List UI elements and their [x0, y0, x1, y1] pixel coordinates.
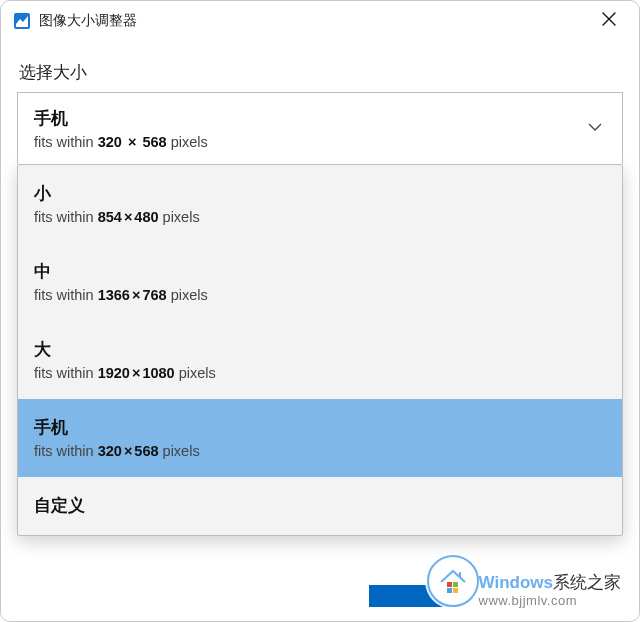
- option-height: 480: [134, 209, 158, 225]
- fits-prefix: fits within: [34, 365, 94, 381]
- selected-width: 320: [98, 134, 122, 150]
- close-button[interactable]: [587, 1, 631, 41]
- option-title: 中: [34, 261, 606, 283]
- pixels-suffix: pixels: [163, 443, 200, 459]
- pixels-suffix: pixels: [171, 134, 208, 150]
- dialog-window: 图像大小调整器 选择大小 手机 fits within 320 × 568 pi…: [0, 0, 640, 622]
- selected-option-title: 手机: [34, 107, 606, 130]
- option-sub: fits within 1366×768 pixels: [34, 287, 606, 303]
- times-glyph: ×: [126, 134, 138, 150]
- fits-prefix: fits within: [34, 443, 94, 459]
- option-title: 小: [34, 183, 606, 205]
- fits-prefix: fits within: [34, 287, 94, 303]
- fits-prefix: fits within: [34, 209, 94, 225]
- selected-option-sub: fits within 320 × 568 pixels: [34, 134, 606, 150]
- watermark-logo: [427, 555, 479, 607]
- watermark-brand: Windows系统之家: [479, 573, 621, 593]
- watermark-brand-rest: 系统之家: [553, 573, 621, 592]
- app-icon: [13, 12, 31, 30]
- size-option[interactable]: 大fits within 1920×1080 pixels: [18, 321, 622, 399]
- option-title: 大: [34, 339, 606, 361]
- option-sub: fits within 1920×1080 pixels: [34, 365, 606, 381]
- size-option[interactable]: 手机fits within 320×568 pixels: [18, 399, 622, 477]
- size-option[interactable]: 小fits within 854×480 pixels: [18, 165, 622, 243]
- fits-prefix: fits within: [34, 134, 94, 150]
- svg-rect-2: [453, 582, 458, 587]
- option-height: 768: [142, 287, 166, 303]
- pixels-suffix: pixels: [163, 209, 200, 225]
- times-glyph: ×: [130, 287, 142, 303]
- size-option[interactable]: 中fits within 1366×768 pixels: [18, 243, 622, 321]
- option-width: 1920: [98, 365, 130, 381]
- size-option[interactable]: 自定义: [18, 477, 622, 535]
- window-title: 图像大小调整器: [39, 12, 137, 30]
- content-area: 选择大小 手机 fits within 320 × 568 pixels 小fi…: [1, 41, 639, 536]
- times-glyph: ×: [130, 365, 142, 381]
- option-title: 自定义: [34, 495, 606, 517]
- option-sub: fits within 854×480 pixels: [34, 209, 606, 225]
- pixels-suffix: pixels: [179, 365, 216, 381]
- pixels-suffix: pixels: [171, 287, 208, 303]
- svg-rect-1: [447, 582, 452, 587]
- option-height: 1080: [142, 365, 174, 381]
- titlebar: 图像大小调整器: [1, 1, 639, 41]
- option-height: 568: [134, 443, 158, 459]
- watermark-url: www.bjjmlv.com: [479, 593, 621, 609]
- size-select[interactable]: 手机 fits within 320 × 568 pixels: [17, 92, 623, 164]
- chevron-down-icon: [586, 118, 604, 140]
- watermark-text: Windows系统之家 www.bjjmlv.com: [479, 573, 621, 609]
- option-width: 1366: [98, 287, 130, 303]
- close-icon: [602, 12, 616, 30]
- size-dropdown: 小fits within 854×480 pixels中fits within …: [17, 164, 623, 536]
- svg-rect-4: [453, 588, 458, 593]
- times-glyph: ×: [122, 443, 134, 459]
- times-glyph: ×: [122, 209, 134, 225]
- size-section-label: 选择大小: [19, 61, 623, 84]
- option-width: 854: [98, 209, 122, 225]
- option-sub: fits within 320×568 pixels: [34, 443, 606, 459]
- option-width: 320: [98, 443, 122, 459]
- option-title: 手机: [34, 417, 606, 439]
- svg-rect-3: [447, 588, 452, 593]
- watermark-brand-colored: Windows: [479, 573, 553, 592]
- selected-height: 568: [142, 134, 166, 150]
